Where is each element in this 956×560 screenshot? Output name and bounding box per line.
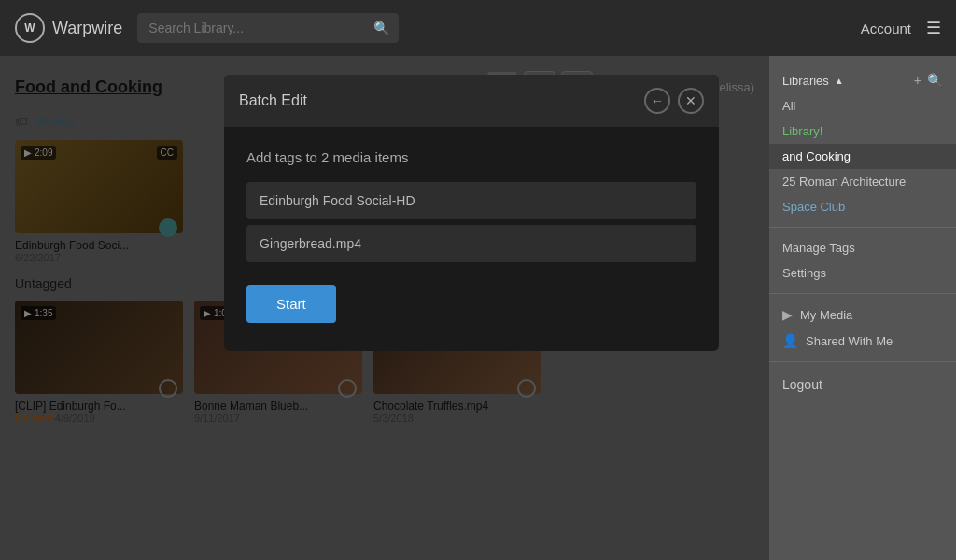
sidebar-header-actions: + 🔍 bbox=[914, 73, 943, 88]
modal-close-button[interactable]: ✕ bbox=[678, 88, 704, 114]
top-nav: W Warpwire 🔍 Account ☰ bbox=[0, 0, 956, 56]
modal-overlay: Batch Edit ← ✕ Add tags to 2 media items… bbox=[0, 56, 769, 560]
hamburger-icon[interactable]: ☰ bbox=[926, 18, 941, 38]
play-icon: ▶ bbox=[782, 307, 793, 322]
logo-area: W Warpwire bbox=[15, 13, 122, 43]
sidebar-item-roman[interactable]: 25 Roman Architecture bbox=[769, 169, 956, 194]
main-layout: Food and Cooking + ○ ≡ AZ Melissa Marsha… bbox=[0, 56, 956, 560]
sidebar-item-space[interactable]: Space Club bbox=[769, 194, 956, 219]
modal-file-item: Gingerbread.mp4 bbox=[246, 225, 696, 262]
shared-label: Shared With Me bbox=[806, 334, 893, 348]
sidebar-item-all[interactable]: All bbox=[769, 93, 956, 119]
chevron-up-icon: ▲ bbox=[835, 76, 844, 86]
add-library-button[interactable]: + bbox=[914, 73, 921, 88]
search-library-button[interactable]: 🔍 bbox=[927, 73, 943, 88]
sidebar-item-cooking[interactable]: and Cooking bbox=[769, 144, 956, 169]
batch-edit-modal: Batch Edit ← ✕ Add tags to 2 media items… bbox=[224, 75, 719, 351]
modal-start-button[interactable]: Start bbox=[246, 285, 336, 323]
sidebar-item-settings[interactable]: Settings bbox=[769, 260, 956, 286]
modal-title: Batch Edit bbox=[239, 92, 307, 109]
account-label[interactable]: Account bbox=[861, 21, 911, 36]
search-wrapper: 🔍 bbox=[137, 13, 399, 43]
sidebar-item-manage-tags[interactable]: Manage Tags bbox=[769, 235, 956, 260]
logo-icon: W bbox=[15, 13, 45, 43]
sidebar-item-library[interactable]: Library! bbox=[769, 119, 956, 144]
modal-header: Batch Edit ← ✕ bbox=[224, 75, 719, 127]
modal-file-item: Edinburgh Food Social-HD bbox=[246, 182, 696, 219]
sidebar-logout-button[interactable]: Logout bbox=[769, 370, 956, 399]
my-media-label: My Media bbox=[800, 308, 852, 322]
search-icon: 🔍 bbox=[373, 21, 389, 35]
search-input[interactable] bbox=[137, 13, 399, 43]
modal-body: Add tags to 2 media items Edinburgh Food… bbox=[224, 127, 719, 351]
logo-text: Warpwire bbox=[52, 19, 122, 38]
modal-controls: ← ✕ bbox=[644, 88, 704, 114]
sidebar-divider bbox=[769, 227, 956, 228]
modal-back-button[interactable]: ← bbox=[644, 88, 670, 114]
person-icon: 👤 bbox=[782, 333, 798, 348]
sidebar-item-shared[interactable]: 👤 Shared With Me bbox=[769, 328, 956, 354]
sidebar-item-my-media[interactable]: ▶ My Media bbox=[769, 301, 956, 328]
sidebar-divider bbox=[769, 361, 956, 362]
nav-right: Account ☰ bbox=[861, 18, 941, 38]
sidebar: Libraries ▲ + 🔍 All Library! and Cooking… bbox=[769, 56, 956, 560]
sidebar-divider bbox=[769, 293, 956, 294]
libraries-label: Libraries bbox=[782, 74, 829, 88]
modal-subtitle: Add tags to 2 media items bbox=[246, 149, 696, 165]
content-area: Food and Cooking + ○ ≡ AZ Melissa Marsha… bbox=[0, 56, 769, 560]
sidebar-libraries-header: Libraries ▲ + 🔍 bbox=[769, 67, 956, 93]
